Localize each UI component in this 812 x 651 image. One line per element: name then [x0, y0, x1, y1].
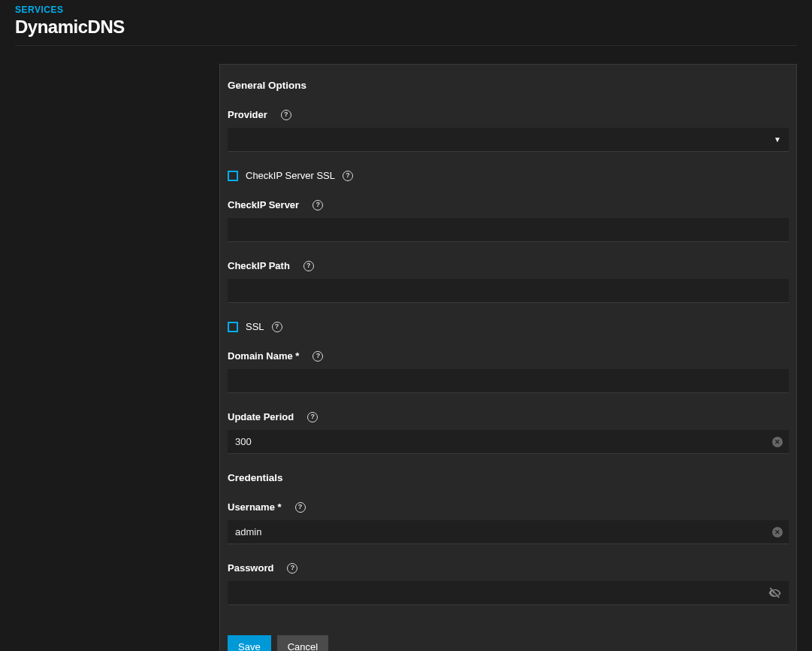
field-update-period: Update Period [228, 411, 789, 454]
help-icon[interactable] [343, 171, 353, 181]
password-label: Password [228, 562, 273, 574]
divider [15, 45, 797, 46]
help-icon[interactable] [272, 322, 282, 332]
username-input[interactable] [228, 520, 789, 544]
chevron-down-icon: ▼ [774, 135, 781, 144]
field-password: Password [228, 562, 789, 605]
help-icon[interactable] [303, 261, 314, 271]
cancel-button[interactable]: Cancel [277, 635, 328, 651]
field-domain-name: Domain Name * [228, 350, 789, 393]
help-icon[interactable] [312, 200, 323, 210]
help-icon[interactable] [307, 412, 318, 422]
ssl-checkbox[interactable] [228, 322, 238, 332]
field-checkip-path: CheckIP Path [228, 260, 789, 303]
close-icon [772, 437, 783, 447]
close-icon [772, 527, 783, 537]
eye-off-icon [768, 586, 783, 601]
update-period-label: Update Period [228, 411, 294, 422]
breadcrumb[interactable]: SERVICES [15, 0, 797, 15]
checkip-path-input[interactable] [228, 279, 789, 303]
checkip-path-label: CheckIP Path [228, 260, 290, 271]
clear-input-button[interactable] [772, 527, 783, 537]
ssl-label: SSL [246, 321, 264, 332]
form-actions: Save Cancel [220, 623, 796, 651]
help-icon[interactable] [287, 563, 297, 574]
page-title: DynamicDNS [15, 17, 797, 38]
clear-input-button[interactable] [772, 437, 783, 447]
help-icon[interactable] [281, 110, 291, 120]
checkip-ssl-label: CheckIP Server SSL [246, 170, 335, 181]
field-ssl: SSL [228, 321, 789, 332]
toggle-password-visibility[interactable] [768, 586, 783, 601]
update-period-input[interactable] [228, 430, 789, 454]
section-credentials-title: Credentials [228, 472, 789, 483]
checkip-server-input[interactable] [228, 218, 789, 242]
section-general-title: General Options [228, 80, 789, 91]
username-label: Username * [228, 501, 282, 513]
provider-label: Provider [228, 109, 267, 120]
help-icon[interactable] [295, 502, 306, 513]
domain-name-input[interactable] [228, 369, 789, 393]
field-checkip-server: CheckIP Server [228, 199, 789, 242]
save-button[interactable]: Save [228, 635, 271, 651]
field-checkip-server-ssl: CheckIP Server SSL [228, 170, 789, 181]
checkip-ssl-checkbox[interactable] [228, 171, 238, 181]
field-provider: Provider ▼ [228, 109, 789, 152]
help-icon[interactable] [312, 351, 323, 362]
checkip-server-label: CheckIP Server [228, 199, 299, 210]
password-input[interactable] [228, 581, 789, 605]
settings-card: General Options Provider ▼ CheckIP Ser [219, 64, 797, 651]
domain-name-label: Domain Name * [228, 350, 299, 362]
field-username: Username * [228, 501, 789, 544]
provider-select[interactable]: ▼ [228, 128, 789, 152]
